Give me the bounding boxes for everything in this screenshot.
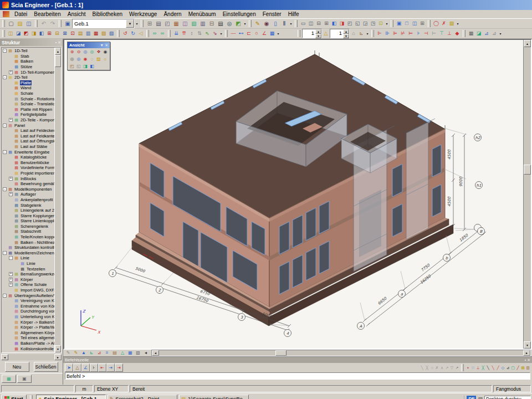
pencil-icon[interactable]: ✎	[253, 19, 262, 28]
toolbar-icon[interactable]: ⊡	[69, 30, 76, 38]
taskbar-task[interactable]: ▨J:\Seagate Sync\SyncRe...	[179, 395, 249, 399]
ansicht-palette-title[interactable]: Ansicht ▼✕	[68, 42, 110, 48]
toolbar-icon[interactable]: ⊦	[415, 30, 422, 38]
collapse-icon[interactable]: -	[3, 294, 7, 298]
toolbar-grip[interactable]	[225, 30, 228, 37]
toolbar-icon[interactable]: ⊞	[45, 30, 53, 38]
view-tool-icon[interactable]: ▲	[80, 350, 88, 356]
toolbar-more-icon[interactable]: ▾	[385, 22, 389, 25]
scroll-up-icon[interactable]: ▲	[55, 48, 61, 55]
toolbar-grip[interactable]	[146, 30, 149, 37]
tree-item[interactable]: ▤Körper -> Balken/Stüt	[2, 319, 54, 325]
snap-icon[interactable]: ╲	[420, 365, 424, 371]
collapse-icon[interactable]: -	[3, 187, 7, 191]
snap-icon[interactable]: ○	[429, 365, 434, 371]
scroll-thumb[interactable]	[275, 350, 287, 356]
new-window-icon[interactable]: ▣	[63, 19, 72, 28]
tree-vscrollbar[interactable]: ▲ ▼	[54, 48, 61, 352]
expand-icon[interactable]: +	[9, 70, 13, 74]
print-icon[interactable]: ▤	[154, 19, 163, 28]
toolbar-icon[interactable]: ⊩	[376, 30, 383, 38]
tree-item[interactable]: ▤Eckpunkte generieren	[2, 351, 54, 352]
tree-item[interactable]: -▤Übertragen/Aufteilen/Ver	[2, 293, 54, 298]
tree-item[interactable]: ▤Bewehrung gemäß Vo	[2, 181, 54, 187]
view-tool-icon[interactable]: ◂	[142, 350, 150, 356]
tree-item[interactable]: ▤Scherengelenk	[2, 224, 54, 229]
toolbar-icon[interactable]: ⇅	[196, 30, 203, 38]
toolbar-icon[interactable]: ⊞	[323, 20, 330, 28]
close-icon[interactable]: ✕	[58, 40, 61, 45]
tree-item[interactable]: ▤Stabgelenk	[2, 202, 54, 208]
building-model[interactable]	[132, 50, 453, 326]
snap-grid-icon[interactable]: ⌖	[466, 365, 470, 371]
toolbar-icon[interactable]: ◪	[14, 30, 22, 38]
model-3d[interactable]: 5000 6750 5000 16750 6650 7750 1850 1625…	[64, 40, 524, 349]
snap-icon[interactable]: ╳	[424, 365, 429, 371]
tree-item[interactable]: ▤Kollisionskontrolle von	[2, 346, 54, 351]
printer-icon[interactable]: ▤	[478, 396, 483, 399]
toolbar-icon[interactable]: ▧	[100, 30, 108, 38]
tree-item[interactable]: -▤Linie	[2, 255, 54, 261]
expand-icon[interactable]: +	[9, 272, 13, 276]
toolbar-more-icon[interactable]: ▾	[243, 22, 247, 25]
tree-item[interactable]: ▤Last auf Feldkanten	[2, 134, 54, 139]
tree-item[interactable]: ▤Balken - Nichtlinearitä	[2, 239, 54, 245]
tree-item[interactable]: +▤Körper	[2, 277, 54, 283]
tree-item[interactable]: ▤Körper -> Platte/Wan	[2, 325, 54, 330]
tree-item[interactable]: ▤Schale - Rotationsfläc	[2, 96, 54, 101]
taskbar-task[interactable]: ✶Scia Engineer - [Geb.1...	[36, 395, 106, 399]
rotate-view-icon[interactable]: ◌	[89, 56, 95, 62]
expand-icon[interactable]: +	[9, 118, 13, 122]
toolbar-icon[interactable]: ↺	[121, 30, 129, 38]
new-button[interactable]: Neu	[5, 362, 29, 372]
tree-item[interactable]: ▤Durchdringung von K	[2, 309, 54, 314]
search-doc-icon[interactable]: ◎	[225, 19, 234, 28]
tree-item[interactable]: ▤Starre Kopplungen	[2, 213, 54, 218]
light-icon[interactable]: ☼	[102, 56, 109, 62]
toolbar-icon[interactable]: ▦	[467, 30, 475, 38]
tree-item[interactable]: ▤Platte mit Rippen	[2, 107, 54, 112]
tree-item[interactable]: ▤Fertigteilplatte	[2, 112, 54, 117]
collapse-icon[interactable]: -	[9, 256, 13, 260]
toolbar-icon[interactable]: ∞	[158, 30, 166, 38]
toolbar-grip[interactable]	[298, 30, 300, 37]
toolbar-icon[interactable]: ▥	[84, 30, 92, 38]
toolbar-icon[interactable]: ▨	[108, 30, 115, 38]
pin-icon[interactable]: ▪	[525, 358, 526, 362]
toolbar-grip[interactable]	[249, 20, 252, 27]
toolbar-icon[interactable]: ⊫	[391, 30, 399, 38]
snap-icon[interactable]: ╳	[480, 365, 485, 371]
view-tool-icon[interactable]: ▤	[111, 350, 119, 356]
expand-icon[interactable]: +	[9, 283, 13, 287]
toolbar-more-icon[interactable]: ▾	[276, 32, 280, 35]
tree-item[interactable]: +▤Auflager	[2, 192, 54, 197]
toolbar-icon[interactable]: ⊪	[383, 30, 391, 38]
toolbar-icon[interactable]: ▤	[76, 30, 84, 38]
expand-icon[interactable]: +	[9, 192, 13, 196]
toolbar-icon[interactable]: ⊟	[53, 30, 61, 38]
tree-item[interactable]: ▤Platte	[2, 80, 54, 86]
tree-item[interactable]: ▤Strukturdaten kontrollieren	[2, 245, 54, 250]
toolbar-icon[interactable]: ◫	[307, 20, 315, 28]
toolbar-icon[interactable]: ⇘	[211, 30, 219, 38]
viewport-3d[interactable]: 5000 6750 5000 16750 6650 7750 1850 1625…	[63, 39, 532, 350]
toolbar-grip[interactable]	[295, 20, 298, 27]
toolbar-icon[interactable]: ⊢	[430, 30, 438, 38]
sidebar-tab[interactable]: ▣	[17, 375, 32, 383]
expand-icon[interactable]: +	[9, 278, 13, 282]
tree-item[interactable]: ▤Teil eines allgemeiner	[2, 335, 54, 341]
snap-icon[interactable]: ▽	[449, 365, 454, 371]
magnifier-icon[interactable]: ◉	[102, 49, 109, 55]
snap-icon[interactable]: ⊥	[475, 365, 480, 371]
zoom-window-icon[interactable]: ◎	[82, 49, 89, 55]
toolbar-grip[interactable]	[371, 30, 374, 37]
toolbar-more-icon[interactable]: ▾	[456, 22, 460, 25]
desktop-search-input[interactable]	[484, 396, 531, 399]
zoom-prev-icon[interactable]: ◎	[69, 56, 75, 62]
toolbar-icon[interactable]: ◨	[30, 30, 38, 38]
table-icon[interactable]: ⊟	[207, 19, 216, 28]
save-icon[interactable]: ◫	[24, 19, 33, 28]
tree-item[interactable]: ▤Last auf Stäbe	[2, 144, 54, 150]
tree-item[interactable]: ▤Stütze	[2, 64, 54, 70]
gallery-icon[interactable]: ▦	[172, 19, 181, 28]
